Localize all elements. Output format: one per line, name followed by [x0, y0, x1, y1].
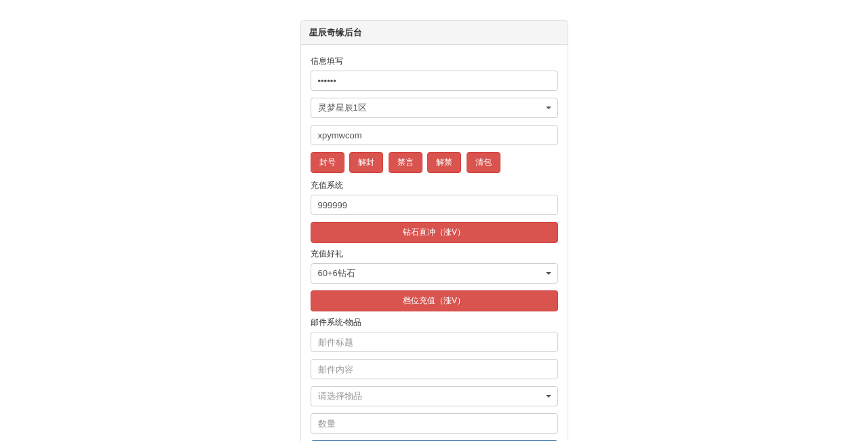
mail-section-label: 邮件系统-物品 — [311, 317, 558, 328]
panel-title: 星辰奇缘后台 — [301, 21, 568, 45]
chevron-down-icon — [546, 107, 551, 109]
mail-item-select[interactable]: 请选择物品 — [311, 386, 558, 406]
server-select[interactable]: 灵梦星辰1区 — [311, 98, 558, 118]
action-button-row: 封号 解封 禁言 解禁 清包 — [311, 152, 558, 178]
mail-content-input[interactable] — [311, 359, 558, 379]
admin-panel: 星辰奇缘后台 信息填写 灵梦星辰1区 封号 解封 禁言 解禁 清包 充值系统 钻… — [300, 20, 568, 441]
password-input[interactable] — [311, 71, 558, 91]
username-input[interactable] — [311, 125, 558, 145]
unban-button[interactable]: 解封 — [349, 152, 383, 173]
server-select-value: 灵梦星辰1区 — [318, 102, 367, 114]
unmute-button[interactable]: 解禁 — [427, 152, 461, 173]
mail-quantity-input[interactable] — [311, 413, 558, 434]
panel-body: 信息填写 灵梦星辰1区 封号 解封 禁言 解禁 清包 充值系统 钻石直冲（涨V）… — [301, 45, 568, 441]
info-section-label: 信息填写 — [311, 56, 558, 67]
chevron-down-icon — [546, 395, 551, 398]
gift-select-value: 60+6钻石 — [318, 267, 355, 280]
gift-section-label: 充值好礼 — [311, 248, 558, 260]
recharge-section-label: 充值系统 — [311, 180, 558, 191]
mail-title-input[interactable] — [311, 332, 558, 352]
recharge-amount-input[interactable] — [311, 195, 558, 215]
mute-button[interactable]: 禁言 — [389, 152, 422, 173]
mail-item-select-value: 请选择物品 — [318, 390, 362, 402]
chevron-down-icon — [546, 272, 551, 275]
diamond-recharge-button[interactable]: 钻石直冲（涨V） — [311, 222, 558, 243]
clear-bag-button[interactable]: 清包 — [467, 152, 500, 173]
gift-select[interactable]: 60+6钻石 — [311, 263, 558, 284]
tier-recharge-button[interactable]: 档位充值（涨V） — [311, 290, 558, 311]
ban-button[interactable]: 封号 — [311, 152, 344, 173]
